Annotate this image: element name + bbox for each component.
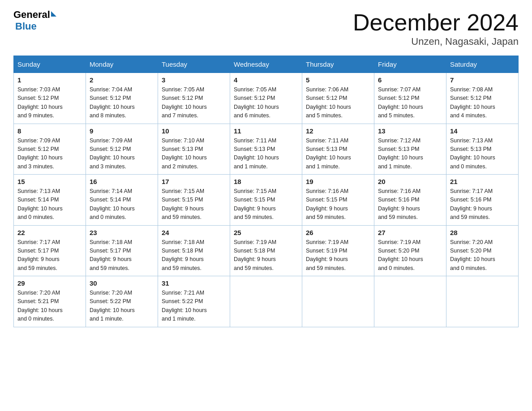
calendar-cell bbox=[374, 276, 446, 327]
day-number: 4 bbox=[234, 76, 298, 84]
day-number: 7 bbox=[450, 76, 515, 84]
weekday-header-thursday: Thursday bbox=[302, 56, 374, 73]
calendar-cell: 30Sunrise: 7:20 AMSunset: 5:22 PMDayligh… bbox=[86, 276, 158, 327]
day-info: Sunrise: 7:08 AMSunset: 5:12 PMDaylight:… bbox=[450, 86, 495, 119]
day-info: Sunrise: 7:09 AMSunset: 5:12 PMDaylight:… bbox=[90, 137, 135, 170]
day-info: Sunrise: 7:11 AMSunset: 5:13 PMDaylight:… bbox=[306, 137, 351, 170]
day-number: 6 bbox=[378, 76, 442, 84]
day-number: 16 bbox=[90, 178, 154, 185]
day-number: 3 bbox=[162, 76, 226, 84]
day-number: 24 bbox=[162, 229, 226, 236]
day-number: 10 bbox=[162, 127, 226, 135]
logo: General Blue bbox=[13, 9, 56, 32]
calendar-week-row: 15Sunrise: 7:13 AMSunset: 5:14 PMDayligh… bbox=[14, 175, 519, 226]
calendar-cell: 12Sunrise: 7:11 AMSunset: 5:13 PMDayligh… bbox=[302, 124, 374, 175]
weekday-header-tuesday: Tuesday bbox=[158, 56, 230, 73]
page-title: December 2024 bbox=[353, 9, 519, 36]
logo-blue-text: Blue bbox=[15, 21, 37, 32]
calendar-cell: 1Sunrise: 7:03 AMSunset: 5:12 PMDaylight… bbox=[14, 73, 86, 124]
day-number: 8 bbox=[17, 127, 82, 135]
day-number: 29 bbox=[17, 279, 82, 287]
day-number: 28 bbox=[450, 229, 515, 236]
calendar-cell: 3Sunrise: 7:05 AMSunset: 5:12 PMDaylight… bbox=[158, 73, 230, 124]
day-info: Sunrise: 7:11 AMSunset: 5:13 PMDaylight:… bbox=[234, 137, 279, 170]
calendar-week-row: 1Sunrise: 7:03 AMSunset: 5:12 PMDaylight… bbox=[14, 73, 519, 124]
calendar-cell: 21Sunrise: 7:17 AMSunset: 5:16 PMDayligh… bbox=[446, 175, 519, 226]
weekday-header-friday: Friday bbox=[374, 56, 446, 73]
calendar-cell: 15Sunrise: 7:13 AMSunset: 5:14 PMDayligh… bbox=[14, 175, 86, 226]
day-number: 18 bbox=[234, 178, 298, 185]
day-info: Sunrise: 7:21 AMSunset: 5:22 PMDaylight:… bbox=[162, 290, 207, 322]
day-info: Sunrise: 7:14 AMSunset: 5:14 PMDaylight:… bbox=[90, 188, 135, 220]
calendar-week-row: 22Sunrise: 7:17 AMSunset: 5:17 PMDayligh… bbox=[14, 225, 519, 276]
day-number: 2 bbox=[90, 76, 154, 84]
day-info: Sunrise: 7:04 AMSunset: 5:12 PMDaylight:… bbox=[90, 86, 135, 119]
logo-general-text: General bbox=[13, 9, 50, 21]
calendar-cell: 23Sunrise: 7:18 AMSunset: 5:17 PMDayligh… bbox=[86, 225, 158, 276]
weekday-header-sunday: Sunday bbox=[14, 56, 86, 73]
calendar-header-row: SundayMondayTuesdayWednesdayThursdayFrid… bbox=[14, 56, 519, 73]
day-info: Sunrise: 7:13 AMSunset: 5:14 PMDaylight:… bbox=[17, 188, 63, 220]
calendar-cell: 11Sunrise: 7:11 AMSunset: 5:13 PMDayligh… bbox=[230, 124, 302, 175]
day-info: Sunrise: 7:06 AMSunset: 5:12 PMDaylight:… bbox=[306, 86, 351, 119]
day-number: 26 bbox=[306, 229, 370, 236]
weekday-header-wednesday: Wednesday bbox=[230, 56, 302, 73]
day-number: 21 bbox=[450, 178, 515, 185]
day-info: Sunrise: 7:19 AMSunset: 5:20 PMDaylight:… bbox=[378, 239, 423, 271]
day-info: Sunrise: 7:12 AMSunset: 5:13 PMDaylight:… bbox=[378, 137, 423, 170]
calendar-cell: 24Sunrise: 7:18 AMSunset: 5:18 PMDayligh… bbox=[158, 225, 230, 276]
day-info: Sunrise: 7:07 AMSunset: 5:12 PMDaylight:… bbox=[378, 86, 423, 119]
calendar-cell: 17Sunrise: 7:15 AMSunset: 5:15 PMDayligh… bbox=[158, 175, 230, 226]
day-number: 19 bbox=[306, 178, 370, 185]
day-number: 1 bbox=[17, 76, 82, 84]
day-info: Sunrise: 7:19 AMSunset: 5:18 PMDaylight:… bbox=[234, 239, 276, 271]
day-info: Sunrise: 7:16 AMSunset: 5:15 PMDaylight:… bbox=[306, 188, 348, 220]
day-number: 14 bbox=[450, 127, 515, 135]
day-number: 31 bbox=[162, 279, 226, 287]
calendar-cell: 29Sunrise: 7:20 AMSunset: 5:21 PMDayligh… bbox=[14, 276, 86, 327]
calendar-cell bbox=[230, 276, 302, 327]
weekday-header-saturday: Saturday bbox=[446, 56, 519, 73]
day-number: 9 bbox=[90, 127, 154, 135]
day-info: Sunrise: 7:20 AMSunset: 5:21 PMDaylight:… bbox=[17, 290, 63, 322]
day-number: 20 bbox=[378, 178, 442, 185]
calendar-cell: 20Sunrise: 7:16 AMSunset: 5:16 PMDayligh… bbox=[374, 175, 446, 226]
calendar-cell: 14Sunrise: 7:13 AMSunset: 5:13 PMDayligh… bbox=[446, 124, 519, 175]
calendar-cell: 22Sunrise: 7:17 AMSunset: 5:17 PMDayligh… bbox=[14, 225, 86, 276]
day-info: Sunrise: 7:10 AMSunset: 5:13 PMDaylight:… bbox=[162, 137, 207, 170]
calendar-cell: 31Sunrise: 7:21 AMSunset: 5:22 PMDayligh… bbox=[158, 276, 230, 327]
day-number: 17 bbox=[162, 178, 226, 185]
calendar-cell: 18Sunrise: 7:15 AMSunset: 5:15 PMDayligh… bbox=[230, 175, 302, 226]
calendar-cell: 2Sunrise: 7:04 AMSunset: 5:12 PMDaylight… bbox=[86, 73, 158, 124]
day-info: Sunrise: 7:05 AMSunset: 5:12 PMDaylight:… bbox=[162, 86, 207, 119]
day-info: Sunrise: 7:17 AMSunset: 5:17 PMDaylight:… bbox=[17, 239, 60, 271]
calendar-week-row: 8Sunrise: 7:09 AMSunset: 5:12 PMDaylight… bbox=[14, 124, 519, 175]
calendar-cell: 5Sunrise: 7:06 AMSunset: 5:12 PMDaylight… bbox=[302, 73, 374, 124]
calendar-cell: 13Sunrise: 7:12 AMSunset: 5:13 PMDayligh… bbox=[374, 124, 446, 175]
day-info: Sunrise: 7:17 AMSunset: 5:16 PMDaylight:… bbox=[450, 188, 493, 220]
day-info: Sunrise: 7:19 AMSunset: 5:19 PMDaylight:… bbox=[306, 239, 348, 271]
day-info: Sunrise: 7:05 AMSunset: 5:12 PMDaylight:… bbox=[234, 86, 279, 119]
day-info: Sunrise: 7:15 AMSunset: 5:15 PMDaylight:… bbox=[234, 188, 276, 220]
day-number: 11 bbox=[234, 127, 298, 135]
day-info: Sunrise: 7:13 AMSunset: 5:13 PMDaylight:… bbox=[450, 137, 495, 170]
logo-triangle-icon bbox=[51, 11, 56, 17]
day-info: Sunrise: 7:18 AMSunset: 5:18 PMDaylight:… bbox=[162, 239, 204, 271]
weekday-header-monday: Monday bbox=[86, 56, 158, 73]
calendar-cell: 6Sunrise: 7:07 AMSunset: 5:12 PMDaylight… bbox=[374, 73, 446, 124]
day-info: Sunrise: 7:20 AMSunset: 5:22 PMDaylight:… bbox=[90, 290, 135, 322]
day-info: Sunrise: 7:03 AMSunset: 5:12 PMDaylight:… bbox=[17, 86, 63, 119]
day-info: Sunrise: 7:20 AMSunset: 5:20 PMDaylight:… bbox=[450, 239, 495, 271]
day-number: 22 bbox=[17, 229, 82, 236]
calendar-cell: 7Sunrise: 7:08 AMSunset: 5:12 PMDaylight… bbox=[446, 73, 519, 124]
day-info: Sunrise: 7:15 AMSunset: 5:15 PMDaylight:… bbox=[162, 188, 204, 220]
calendar-cell: 8Sunrise: 7:09 AMSunset: 5:12 PMDaylight… bbox=[14, 124, 86, 175]
day-number: 12 bbox=[306, 127, 370, 135]
calendar-table: SundayMondayTuesdayWednesdayThursdayFrid… bbox=[13, 56, 519, 327]
day-info: Sunrise: 7:18 AMSunset: 5:17 PMDaylight:… bbox=[90, 239, 132, 271]
calendar-cell bbox=[302, 276, 374, 327]
day-info: Sunrise: 7:09 AMSunset: 5:12 PMDaylight:… bbox=[17, 137, 63, 170]
calendar-cell: 25Sunrise: 7:19 AMSunset: 5:18 PMDayligh… bbox=[230, 225, 302, 276]
calendar-cell: 19Sunrise: 7:16 AMSunset: 5:15 PMDayligh… bbox=[302, 175, 374, 226]
day-number: 27 bbox=[378, 229, 442, 236]
